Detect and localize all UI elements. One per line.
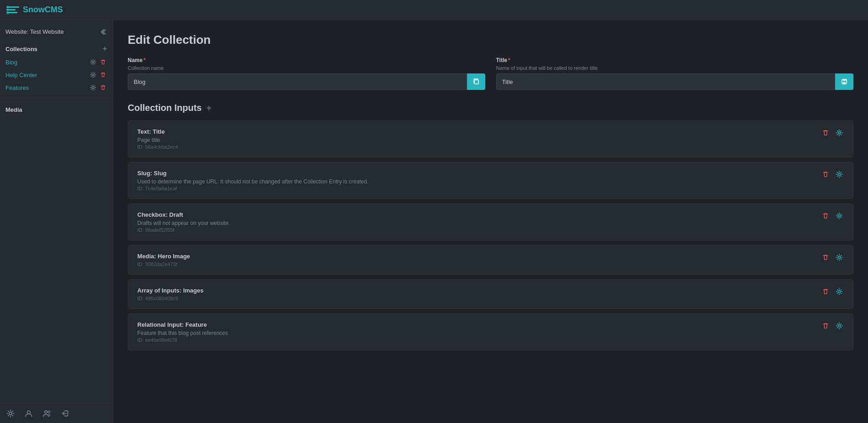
blog-delete-button[interactable] [99, 58, 107, 66]
input-card-title: Media: Hero Image [137, 253, 814, 260]
input-settings-button[interactable] [835, 253, 844, 262]
sidebar-item-help-center-label: Help Center [5, 72, 86, 78]
collections-label: Collections [5, 46, 37, 52]
input-card-id: ID: 495c080408c9 [137, 296, 814, 301]
form-row: Name* Collection name Title* [128, 57, 853, 90]
sidebar-item-blog-label: Blog [5, 59, 86, 66]
topbar: SnowCMS [0, 0, 868, 20]
input-settings-button[interactable] [835, 287, 844, 296]
add-input-button[interactable]: + [206, 104, 212, 113]
sidebar-item-help-center[interactable]: Help Center [0, 68, 113, 81]
user-icon [25, 409, 33, 418]
input-card: Relational Input: Feature Feature that t… [128, 313, 853, 350]
svg-rect-11 [474, 80, 478, 84]
gear-icon [90, 72, 96, 78]
logout-bottom-button[interactable] [60, 408, 70, 418]
sidebar-item-blog[interactable]: Blog [0, 56, 113, 68]
gear-icon [836, 212, 843, 219]
svg-point-7 [9, 412, 12, 415]
input-card: Array of Inputs: Images ID: 495c080408c9 [128, 279, 853, 309]
trash-icon [100, 59, 106, 65]
svg-rect-13 [843, 79, 846, 81]
sidebar-media-label[interactable]: Media [0, 102, 113, 116]
gear-icon [836, 171, 843, 178]
sidebar-item-features-label: Features [5, 84, 86, 91]
main-layout: Website: Test Website Collections + Blog [0, 20, 868, 423]
svg-point-4 [92, 61, 94, 63]
sidebar-item-features-actions [89, 84, 107, 92]
input-delete-button[interactable] [821, 321, 830, 330]
gear-icon [836, 254, 843, 261]
gear-icon [90, 84, 96, 91]
input-delete-button[interactable] [821, 170, 830, 179]
title-form-group: Title* Name of input that will be called… [496, 57, 854, 90]
svg-point-6 [92, 87, 94, 89]
trash-icon [100, 72, 106, 78]
trash-icon [822, 129, 829, 136]
name-input[interactable] [128, 73, 467, 90]
input-delete-button[interactable] [821, 128, 830, 137]
input-card-body: Array of Inputs: Images ID: 495c080408c9 [137, 287, 814, 301]
input-settings-button[interactable] [835, 170, 844, 179]
input-card: Text: Title Page title ID: 56a4cbba2ec4 [128, 120, 853, 157]
name-input-group [128, 73, 485, 90]
help-center-delete-button[interactable] [99, 71, 107, 79]
gear-icon [836, 322, 843, 329]
collection-inputs-section-header: Collection Inputs + [128, 103, 853, 113]
name-label: Name* [128, 57, 485, 63]
svg-point-16 [838, 173, 841, 176]
input-cards-container: Text: Title Page title ID: 56a4cbba2ec4 [128, 120, 853, 350]
input-card-actions [821, 170, 844, 179]
input-card-desc: Feature that this blog post references [137, 330, 814, 336]
svg-point-8 [27, 411, 31, 414]
save-icon [841, 78, 848, 85]
settings-bottom-button[interactable] [5, 408, 16, 418]
user-bottom-button[interactable] [24, 408, 34, 418]
features-delete-button[interactable] [99, 84, 107, 92]
input-card-desc: Drafts will not appear on your website. [137, 220, 814, 226]
svg-point-18 [838, 256, 841, 259]
input-card-id: ID: 7c4e0a6a1eaf [137, 186, 814, 191]
add-collection-button[interactable]: + [102, 45, 107, 53]
input-settings-button[interactable] [835, 128, 844, 137]
trash-icon [822, 212, 829, 219]
input-card-title: Text: Title [137, 128, 814, 135]
features-settings-button[interactable] [89, 84, 97, 92]
name-action-button[interactable] [467, 73, 485, 90]
logout-icon [61, 409, 69, 418]
help-center-settings-button[interactable] [89, 71, 97, 79]
main-content: Edit Collection Name* Collection name [113, 20, 868, 423]
input-settings-button[interactable] [835, 321, 844, 330]
logo-icon [6, 5, 19, 15]
input-card-title: Array of Inputs: Images [137, 287, 814, 294]
title-input-group: Title [496, 73, 854, 90]
input-card-title: Checkbox: Draft [137, 211, 814, 218]
input-card-title: Slug: Slug [137, 170, 814, 177]
blog-settings-button[interactable] [89, 58, 97, 66]
gear-icon [836, 129, 843, 136]
users-icon [43, 409, 51, 418]
title-action-button[interactable] [835, 73, 853, 90]
input-card-actions [821, 253, 844, 262]
sidebar-item-features[interactable]: Features [0, 81, 113, 94]
users-bottom-button[interactable] [42, 408, 52, 418]
input-delete-button[interactable] [821, 211, 830, 220]
input-delete-button[interactable] [821, 287, 830, 296]
input-card-desc: Used to determine the page URL. It shoul… [137, 178, 814, 185]
sidebar-item-blog-actions [89, 58, 107, 66]
collection-inputs-title: Collection Inputs [128, 103, 202, 113]
logo-text: SnowCMS [23, 5, 63, 15]
sidebar-website: Website: Test Website [5, 28, 64, 35]
sidebar-item-help-center-actions [89, 71, 107, 79]
name-sublabel: Collection name [128, 65, 485, 71]
title-sublabel: Name of input that will be called to ren… [496, 65, 854, 71]
input-settings-button[interactable] [835, 211, 844, 220]
title-select[interactable]: Title [496, 73, 836, 90]
input-card-actions [821, 321, 844, 330]
input-card-body: Text: Title Page title ID: 56a4cbba2ec4 [137, 128, 814, 150]
svg-point-17 [838, 215, 841, 217]
input-delete-button[interactable] [821, 253, 830, 262]
collapse-button[interactable] [98, 26, 107, 37]
trash-icon [822, 288, 829, 295]
svg-point-20 [838, 325, 841, 327]
